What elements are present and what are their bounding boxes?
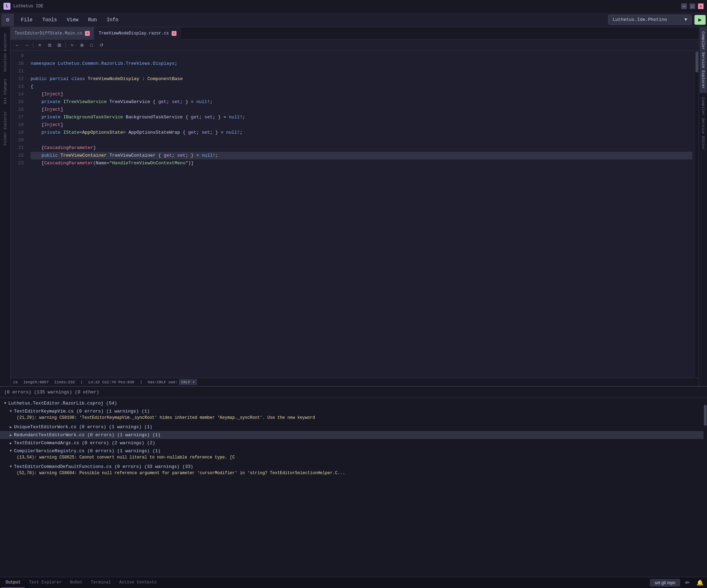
app-menu-icon[interactable]: ⚙ xyxy=(1,14,14,26)
code-line-14: [Inject] xyxy=(31,91,692,98)
window-controls: ─ □ ✕ xyxy=(681,3,704,9)
bottom-tab-bar: Output Test Explorer NuGet Terminal Acti… xyxy=(0,577,707,588)
editor-toolbar: ← → ≡ ⧉ ⊞ ≈ ⊕ □ ↺ xyxy=(10,40,699,51)
error-group-compilerregistry[interactable]: ▼ CompilerServiceRegistry.cs (0 errors) … xyxy=(0,447,704,463)
tab-close-nodedisplay[interactable]: ✕ xyxy=(172,31,176,36)
menu-file[interactable]: File xyxy=(16,15,38,25)
left-sidebar: Solution Explorer Git Changes Folder Exp… xyxy=(0,27,10,386)
error-group-unique[interactable]: ▶ UniqueTextEditorWork.cs (0 errors) (1 … xyxy=(0,423,704,431)
sidebar-item-folder-explorer[interactable]: Folder Explorer xyxy=(2,108,9,148)
toolbar-back[interactable]: ← xyxy=(13,41,22,49)
tab-texteditor-diffstate[interactable]: TextEditorDiffState.Main.cs ✕ xyxy=(10,27,94,40)
menu-bar: ⚙ File Tools View Run Info Luthetus.Ide.… xyxy=(0,13,707,27)
error-group-commandargs[interactable]: ▶ TextEditorCommandArgs.cs (0 errors) (2… xyxy=(0,439,704,447)
redundant-label: RedundantTextEditorWork.cs (0 errors) (1… xyxy=(14,432,160,438)
error-group-defaultfunctions[interactable]: ▼ TextEditorCommandDefaultFunctions.cs (… xyxy=(0,463,704,478)
run-button[interactable]: ▶ xyxy=(694,15,706,25)
toolbar-copy[interactable]: ⧉ xyxy=(45,41,54,49)
compilerregistry-detail: (13,54): warning CS8625: Cannot convert … xyxy=(10,454,699,461)
toolbar-view[interactable]: □ xyxy=(87,41,96,49)
tab-label: TextEditorDiffState.Main.cs xyxy=(15,31,82,36)
bottom-panel: (0 errors) (135 warnings) (0 other) ▼ Lu… xyxy=(0,386,707,588)
sidebar-item-git-changes[interactable]: Git Changes xyxy=(2,76,9,107)
compilerregistry-header: ▼ CompilerServiceRegistry.cs (0 errors) … xyxy=(10,448,699,454)
editor-area: TextEditorDiffState.Main.cs ✕ TreeViewNo… xyxy=(10,27,699,386)
maximize-button[interactable]: □ xyxy=(690,3,695,9)
right-tab-compiler-editor[interactable]: Compiler Service Editor xyxy=(700,93,707,154)
line-num-15: 15 xyxy=(10,98,24,106)
line-num-19: 19 xyxy=(10,129,24,136)
code-line-16: [Inject] xyxy=(31,106,692,113)
code-line-10: namespace Luthetus.Common.RazorLib.TreeV… xyxy=(31,60,692,68)
tab-close-diffstate[interactable]: ✕ xyxy=(85,31,90,36)
tab-output[interactable]: Output xyxy=(1,577,25,588)
right-sidebar: Compiler Service Explorer Compiler Servi… xyxy=(699,27,707,386)
keymapvim-header: ▼ TextEditorKeymapVim.cs (0 errors) (1 w… xyxy=(10,409,699,414)
tab-treeview-nodedisplay[interactable]: TreeViewNodeDisplay.razor.cs ✕ xyxy=(94,27,181,40)
menu-run[interactable]: Run xyxy=(83,15,102,25)
toolbar-refresh[interactable]: ↺ xyxy=(97,41,106,49)
app-title: Luthetus IDE xyxy=(13,4,681,9)
error-group-redundant[interactable]: ▶ RedundantTextEditorWork.cs (0 errors) … xyxy=(0,431,704,439)
error-group-razorlib[interactable]: ▼ Luthetus.TextEditor.RazorLib.csproj (5… xyxy=(0,399,704,407)
status-crlf-selector[interactable]: CRLF ▾ xyxy=(179,379,197,385)
code-line-13: { xyxy=(31,83,692,91)
status-bar: cs length:8057 lines:232 | Ln:22 Col:70 … xyxy=(10,378,699,386)
project-dropdown[interactable]: Luthetus.Ide.Photino ▼ xyxy=(608,15,692,25)
toolbar-lines[interactable]: ≡ xyxy=(35,41,44,49)
minimize-button[interactable]: ─ xyxy=(681,3,687,9)
toolbar-add[interactable]: ⊕ xyxy=(77,41,86,49)
editor-scrollbar[interactable] xyxy=(695,51,699,378)
status-length: length:8057 xyxy=(23,380,49,384)
sidebar-item-solution-explorer[interactable]: Solution Explorer xyxy=(2,30,9,75)
tab-active-contexts[interactable]: Active Contexts xyxy=(115,577,161,588)
code-editor: 9 10 11 12 13 14 15 16 17 18 19 20 21 22… xyxy=(10,51,699,378)
tab-terminal[interactable]: Terminal xyxy=(87,577,115,588)
unique-header: ▶ UniqueTextEditorWork.cs (0 errors) (1 … xyxy=(10,424,699,430)
chevron-down-icon-2: ▼ xyxy=(10,409,12,413)
toolbar-forward[interactable]: → xyxy=(22,41,31,49)
menu-view[interactable]: View xyxy=(62,15,84,25)
keymapvim-detail: (21,29): warning CS0108: 'TextEditorKeym… xyxy=(10,414,699,422)
line-num-10: 10 xyxy=(10,60,24,68)
menu-tools[interactable]: Tools xyxy=(38,15,62,25)
app-icon: L xyxy=(3,3,10,10)
bottom-right-buttons: set git repo ✏ 🔔 xyxy=(650,579,706,587)
unique-label: UniqueTextEditorWork.cs (0 errors) (1 wa… xyxy=(14,424,152,430)
commandargs-header: ▶ TextEditorCommandArgs.cs (0 errors) (2… xyxy=(10,440,699,446)
set-git-repo-button[interactable]: set git repo xyxy=(650,579,680,587)
error-list-scrollbar[interactable] xyxy=(704,398,707,577)
code-line-12: public partial class TreeViewNodeDisplay… xyxy=(31,75,692,83)
tab-nuget[interactable]: NuGet xyxy=(66,577,87,588)
code-content[interactable]: namespace Luthetus.Common.RazorLib.TreeV… xyxy=(28,51,695,378)
line-numbers: 9 10 11 12 13 14 15 16 17 18 19 20 21 22… xyxy=(10,51,28,378)
commandargs-label: TextEditorCommandArgs.cs (0 errors) (2 w… xyxy=(14,440,155,446)
tab-test-explorer[interactable]: Test Explorer xyxy=(25,577,66,588)
code-line-15: private ITreeViewService TreeViewService… xyxy=(31,98,692,106)
status-line-ending: has:CRLF use: CRLF ▾ xyxy=(148,379,197,385)
code-line-21: [CascadingParameter] xyxy=(31,144,692,152)
right-tab-compiler-explorer[interactable]: Compiler Service Explorer xyxy=(700,27,707,93)
toolbar-grid[interactable]: ⊞ xyxy=(55,41,64,49)
line-num-22: 22 xyxy=(10,152,24,159)
line-num-14: 14 xyxy=(10,91,24,98)
defaultfunctions-label: TextEditorCommandDefaultFunctions.cs (0 … xyxy=(14,464,193,469)
error-group-keymapvim[interactable]: ▼ TextEditorKeymapVim.cs (0 errors) (1 w… xyxy=(0,407,704,423)
chevron-right-icon-2: ▶ xyxy=(10,433,12,437)
menu-info[interactable]: Info xyxy=(102,15,123,25)
line-num-11: 11 xyxy=(10,68,24,75)
error-list: ▼ Luthetus.TextEditor.RazorLib.csproj (5… xyxy=(0,398,704,577)
chevron-down-icon: ▼ xyxy=(4,401,6,405)
redundant-header: ▶ RedundantTextEditorWork.cs (0 errors) … xyxy=(10,432,699,438)
scrollbar-thumb xyxy=(696,52,698,72)
edit-icon-button[interactable]: ✏ xyxy=(683,579,692,587)
status-lines: lines:232 xyxy=(54,380,75,384)
line-num-21: 21 xyxy=(10,144,24,152)
toolbar-merge[interactable]: ≈ xyxy=(68,41,77,49)
dropdown-arrow-icon: ▼ xyxy=(684,17,687,22)
close-button[interactable]: ✕ xyxy=(698,3,704,9)
bell-icon-button[interactable]: 🔔 xyxy=(694,579,706,587)
bottom-summary: (0 errors) (135 warnings) (0 other) xyxy=(0,387,707,398)
title-bar: L Luthetus IDE ─ □ ✕ xyxy=(0,0,707,13)
main-area: Solution Explorer Git Changes Folder Exp… xyxy=(0,27,707,386)
